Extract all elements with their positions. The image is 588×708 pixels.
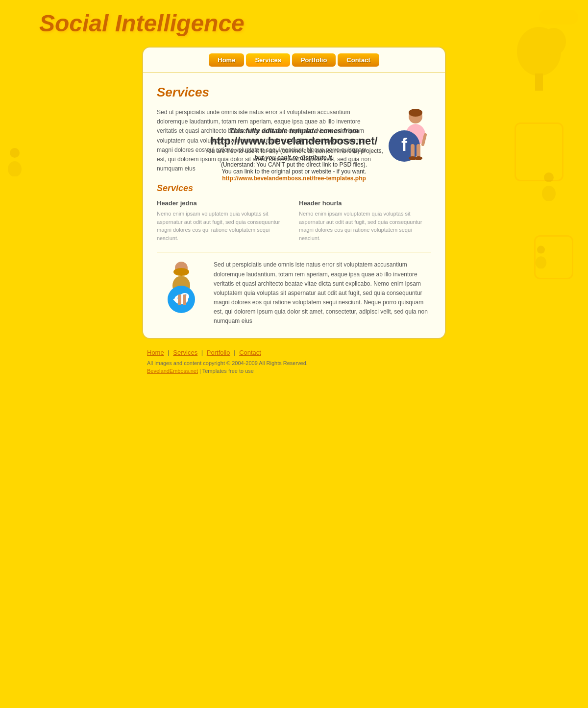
facebook-person-svg: f (384, 108, 430, 167)
content-area: Services Sed ut perspiciatis unde omnis … (143, 73, 445, 338)
page-heading: Services (157, 85, 431, 100)
main-card: Home Services Portfolio Contact Services… (142, 47, 446, 339)
svg-point-10 (409, 109, 422, 117)
svg-rect-7 (535, 73, 543, 91)
nav-contact-button[interactable]: Contact (338, 53, 379, 67)
svg-point-21 (173, 268, 189, 276)
col2: Header hourla Nemo enim ipsam voluptatem… (299, 199, 431, 242)
footer-nav: Home | Services | Portfolio | Contact (147, 349, 441, 356)
twitter-text: Sed ut perspiciatis unde omnis iste natu… (214, 260, 431, 326)
footer-link-suffix: | Templates free to use (199, 368, 254, 374)
twitter-section: Sed ut perspiciatis unde omnis iste natu… (157, 260, 431, 326)
svg-point-4 (537, 246, 545, 254)
svg-rect-30 (178, 294, 181, 305)
footer-contact-link[interactable]: Contact (239, 349, 261, 356)
col1-header: Header jedna (157, 199, 289, 207)
tree-decoration (510, 24, 568, 95)
bg-person-right2-icon (533, 245, 549, 270)
nav-home-button[interactable]: Home (209, 53, 244, 67)
nav-services-button[interactable]: Services (246, 53, 290, 67)
footer: Home | Services | Portfolio | Contact Al… (142, 349, 446, 374)
svg-rect-17 (416, 144, 420, 158)
site-title: Social Intelligence (39, 10, 578, 37)
footer-services-link[interactable]: Services (173, 349, 197, 356)
footer-link-section: BevelandEmboss.net | Templates free to u… (147, 368, 441, 374)
col2-header: Header hourla (299, 199, 431, 207)
svg-point-1 (8, 161, 22, 176)
footer-copyright: All images and content copyright © 2004-… (147, 360, 441, 366)
services-subheading: Services (157, 183, 431, 194)
svg-point-8 (541, 28, 566, 55)
svg-rect-31 (183, 294, 186, 305)
col1: Header jedna Nemo enim ipsam voluptatem … (157, 199, 289, 242)
col2-text: Nemo enim ipsam voluptatem quia voluptas… (299, 210, 431, 242)
svg-point-5 (536, 256, 546, 269)
navigation: Home Services Portfolio Contact (143, 48, 445, 73)
svg-text:f: f (401, 135, 408, 155)
bg-person-right-icon (539, 171, 559, 203)
svg-point-3 (542, 186, 556, 201)
bg-person-left-icon (5, 147, 24, 178)
nav-portfolio-button[interactable]: Portfolio (292, 53, 336, 67)
footer-home-link[interactable]: Home (147, 349, 164, 356)
svg-point-19 (415, 156, 422, 160)
two-col-section: Header jedna Nemo enim ipsam voluptatem … (157, 199, 431, 242)
facebook-figure: f (382, 108, 431, 173)
svg-rect-16 (411, 144, 415, 158)
footer-site-link[interactable]: BevelandEmboss.net (147, 368, 198, 374)
intro-text: Sed ut perspiciatis unde omnis iste natu… (157, 108, 374, 173)
svg-point-2 (544, 172, 554, 182)
footer-portfolio-link[interactable]: Portfolio (207, 349, 230, 356)
twitter-figure (157, 260, 206, 318)
svg-point-0 (10, 148, 20, 158)
intro-section: Sed ut perspiciatis unde omnis iste natu… (157, 108, 431, 173)
section-divider (157, 252, 431, 252)
twitter-person-svg (158, 260, 205, 317)
col1-text: Nemo enim ipsam voluptatem quia voluptas… (157, 210, 289, 242)
